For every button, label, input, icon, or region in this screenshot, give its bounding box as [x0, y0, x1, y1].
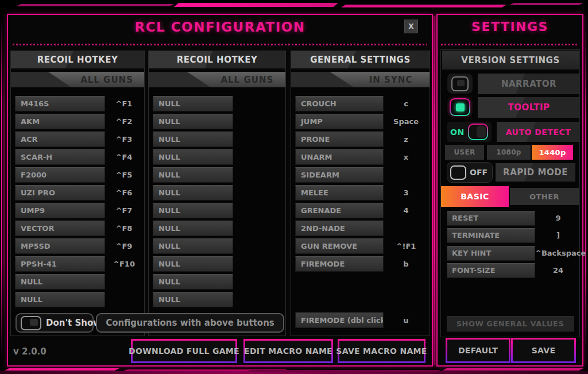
gun-name-field[interactable]: NULL: [153, 274, 233, 290]
show-general-values-button[interactable]: SHOW GENERAL VALUES: [447, 316, 574, 331]
setting-name-field[interactable]: MELEE: [295, 185, 384, 201]
hotkey-label: ^F3: [105, 135, 143, 144]
hotkey-label: ^F6: [105, 188, 143, 197]
hotkey-row: PPSH-41 ^F10: [15, 256, 143, 272]
gun-name-field[interactable]: NULL: [153, 96, 233, 111]
setting-name-field[interactable]: 2ND-NADE: [295, 221, 384, 236]
hotkey-row: NULL: [153, 221, 284, 236]
hotkey-row: SCAR-H ^F4: [15, 149, 143, 165]
gun-name-field[interactable]: NULL: [153, 221, 233, 236]
hotkey-row: NULL: [153, 185, 284, 201]
terminate-field[interactable]: TERMINATE: [447, 228, 535, 243]
hotkey-row: MP5SD ^F9: [15, 238, 143, 254]
resolution-option-user[interactable]: USER: [445, 145, 484, 160]
resolution-option-1080p[interactable]: 1080p: [487, 145, 531, 160]
hotkey-row: NULL: [15, 292, 143, 307]
setting-name-field[interactable]: FIREMODE: [295, 256, 384, 272]
save-button[interactable]: SAVE: [511, 338, 576, 363]
auto-detect-toggle[interactable]: ON: [447, 122, 492, 142]
tab-basic-selected[interactable]: BASIC: [441, 186, 509, 207]
setting-name-field[interactable]: SIDEARM: [295, 167, 384, 183]
resolution-option-1440p-selected[interactable]: 1440p: [532, 145, 573, 160]
setting-row: MELEE 3: [295, 185, 428, 201]
decor-left-line-2: [3, 34, 5, 333]
gun-name-field[interactable]: NULL: [153, 185, 233, 201]
narrator-label: NARRATOR: [478, 74, 580, 94]
toggle-state-label: ON: [450, 128, 465, 137]
column-tab[interactable]: ALL GUNS: [149, 72, 285, 87]
gun-name-field[interactable]: NULL: [153, 292, 233, 307]
setting-row: PRONE z: [295, 132, 428, 147]
decor-top-line-1: [16, 4, 174, 6]
tab-label: IN SYNC: [330, 72, 430, 87]
font-size-field[interactable]: FONT-SIZE: [447, 263, 535, 278]
gun-name-field[interactable]: MP5SD: [15, 238, 105, 254]
gun-name-field[interactable]: NULL: [153, 167, 233, 183]
hotkey-label: ^F8: [105, 224, 143, 233]
toggle-state-label: OFF: [470, 168, 488, 177]
gun-name-field[interactable]: NULL: [15, 274, 105, 290]
gun-name-field[interactable]: ACR: [15, 132, 105, 147]
gun-name-field[interactable]: NULL: [153, 132, 233, 147]
edit-macro-name-button[interactable]: EDIT MACRO NAME: [243, 339, 333, 363]
terminate-value: ]: [535, 228, 581, 243]
gun-name-field[interactable]: NULL: [153, 256, 233, 272]
general-settings-column: GENERAL SETTINGS IN SYNC CROUCH c JUMP S…: [291, 51, 430, 336]
dont-show-checkbox[interactable]: [21, 316, 41, 330]
gun-name-field[interactable]: UZI PRO: [15, 185, 105, 201]
gun-name-field[interactable]: AKM: [15, 114, 105, 129]
decor-bottom-line-1: [5, 368, 119, 371]
decor-bottom-band: [0, 371, 588, 374]
gun-name-field[interactable]: UMP9: [15, 203, 105, 218]
gun-name-field[interactable]: PPSH-41: [15, 256, 105, 272]
gun-name-field[interactable]: NULL: [15, 292, 105, 307]
gun-name-field[interactable]: NULL: [153, 149, 233, 165]
gun-name-field[interactable]: M416S: [15, 96, 105, 111]
gun-list: M416S ^F1 AKM ^F2 ACR ^F3 SCAR-H ^F4: [15, 96, 143, 310]
rapid-mode-toggle[interactable]: OFF: [447, 162, 493, 183]
download-full-game-button[interactable]: DOWNLOAD FULL GAME: [131, 339, 237, 363]
tooltip-checkbox[interactable]: [447, 97, 473, 118]
column-tab[interactable]: IN SYNC: [291, 72, 430, 87]
setting-key-label: b: [384, 260, 428, 268]
default-button[interactable]: DEFAULT: [446, 338, 510, 363]
setting-name-field[interactable]: GUN REMOVE: [295, 238, 384, 254]
key-hint-field[interactable]: KEY HINT: [447, 246, 535, 261]
gun-name-field[interactable]: SCAR-H: [15, 149, 105, 165]
reset-value: 9: [535, 211, 581, 226]
close-button[interactable]: X: [404, 20, 418, 33]
toggle-switch: [468, 124, 488, 140]
save-macro-name-button[interactable]: SAVE MACRO NAME: [338, 339, 425, 363]
setting-key-label: u: [384, 316, 428, 325]
hotkey-row: F2000 ^F5: [15, 167, 143, 183]
setting-name-field[interactable]: CROUCH: [295, 96, 384, 111]
recoil-hotkey-column-2: RECOIL HOTKEY ALL GUNS NULL NULL NULL: [148, 51, 286, 336]
setting-name-field[interactable]: JUMP: [295, 114, 384, 129]
column-tab[interactable]: ALL GUNS: [11, 72, 144, 87]
gun-name-field[interactable]: NULL: [153, 238, 233, 254]
gun-name-field[interactable]: VECTOR: [15, 221, 105, 236]
tab-label: ALL GUNS: [187, 72, 285, 87]
configurations-button[interactable]: Configurations with above buttons: [96, 313, 284, 333]
tab-other[interactable]: OTHER: [510, 188, 579, 205]
gun-name-field[interactable]: F2000: [15, 167, 105, 183]
gun-name-field[interactable]: NULL: [153, 203, 233, 218]
rapid-mode-label: RAPID MODE: [496, 163, 575, 182]
setting-name-field[interactable]: UNARM: [295, 149, 384, 165]
rcl-configuration-window: RCL CONFIGURATION X RECOIL HOTKEY ALL GU…: [7, 14, 433, 367]
setting-name-field[interactable]: PRONE: [295, 132, 384, 147]
column-header: GENERAL SETTINGS: [291, 51, 430, 70]
hotkey-row: NULL: [153, 167, 284, 183]
decor-bottom-line-3: [247, 370, 441, 372]
setting-name-field[interactable]: FIREMODE (dbl click): [295, 313, 384, 328]
narrator-checkbox[interactable]: [447, 73, 473, 94]
gun-name-field[interactable]: NULL: [153, 114, 233, 129]
hotkey-row: NULL: [153, 114, 284, 129]
hotkey-row: NULL: [153, 203, 284, 218]
setting-name-field[interactable]: GRENADE: [295, 203, 384, 218]
reset-field[interactable]: RESET: [447, 211, 535, 226]
setting-row: GUN REMOVE ^!F1: [295, 238, 428, 254]
version-label: v 2.0.0: [13, 346, 47, 357]
setting-row: UNARM x: [295, 149, 428, 165]
decor-top-line-4: [509, 3, 583, 5]
